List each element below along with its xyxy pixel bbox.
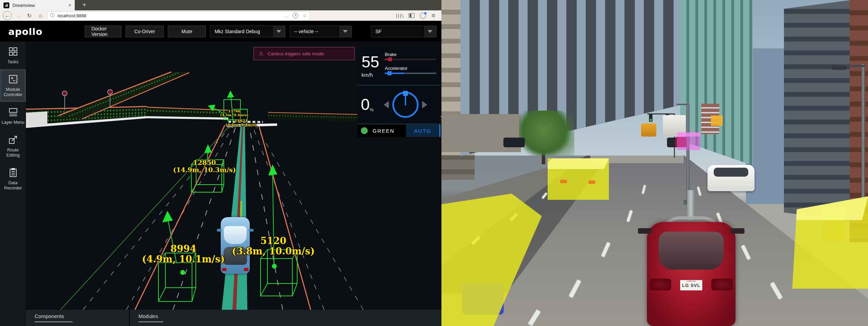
steering-value: 0 xyxy=(361,95,370,113)
home-icon[interactable]: ⌂ xyxy=(36,11,45,20)
sidebar-item-label: Data Recorder xyxy=(1,180,25,191)
steering-panel: 0% xyxy=(357,86,440,124)
apollo-favicon-icon: a xyxy=(3,2,9,8)
route-editing-icon xyxy=(8,134,18,145)
dreamview-sidebar: Tasks Module Controller Layer Menu xyxy=(0,41,26,326)
reload-icon[interactable]: ↻ xyxy=(25,11,34,20)
browser-tab-bar: a Dreamview × + xyxy=(0,0,441,10)
taillight xyxy=(650,279,671,290)
sidebars-icon[interactable] xyxy=(409,13,414,18)
account-icon[interactable] xyxy=(420,13,426,19)
tab-title: Dreamview xyxy=(12,3,65,8)
warning-icon: ⚠ xyxy=(259,50,263,57)
sidebar-item-label: Route Editing xyxy=(1,148,25,158)
traffic-light-label: GREEN xyxy=(373,128,394,134)
accelerator-slider xyxy=(385,73,436,74)
chevron-down-icon[interactable] xyxy=(338,26,351,37)
tab-modules[interactable]: Modules xyxy=(130,310,247,326)
bookmark-star-icon[interactable]: ☆ xyxy=(302,13,307,18)
back-icon[interactable]: ← xyxy=(3,11,12,20)
setup-mode-value: Mkz Standard Debug xyxy=(210,26,272,37)
dreamview-3d-canvas[interactable]: 8994(4.9m, 10.1m/s) 5120(3.8m, 10.0m/s) … xyxy=(26,41,441,310)
pocket-icon[interactable]: ∨ xyxy=(293,13,298,18)
sidebar-item-label: Tasks xyxy=(8,59,19,65)
sidebar-item-route-editing[interactable]: Route Editing xyxy=(0,130,26,162)
steering-wheel-icon xyxy=(392,92,419,118)
warning-banner: ⚠ Canbus triggers safe mode: xyxy=(254,47,355,60)
chevron-down-icon[interactable] xyxy=(423,26,436,37)
forward-icon[interactable]: → xyxy=(14,11,23,20)
street-lamp-pole xyxy=(861,64,865,216)
license-plate: · California · LG SVL xyxy=(680,280,702,290)
taillight xyxy=(711,279,733,290)
browser-window: a Dreamview × + ← → ↻ ⌂ ⓘ localhost:8888… xyxy=(0,0,441,326)
sidebar-item-label: Layer Menu xyxy=(1,120,24,125)
mute-button[interactable]: Mute xyxy=(168,26,206,37)
warning-text: Canbus triggers safe mode: xyxy=(267,51,325,56)
setup-mode-select[interactable]: Mkz Standard Debug xyxy=(210,26,285,37)
simulator-viewport[interactable]: · California · LG SVL xyxy=(441,0,868,326)
map-value: SF xyxy=(371,26,423,37)
steering-unit: % xyxy=(370,108,374,113)
co-driver-button[interactable]: Co-Driver xyxy=(126,26,164,37)
building-teal-tower xyxy=(680,0,753,180)
side-mirror xyxy=(731,228,744,234)
url-text[interactable]: localhost:8888 xyxy=(57,13,281,18)
speed-value: 55 xyxy=(362,54,379,70)
steer-right-icon xyxy=(422,101,427,109)
traffic-light-panel: GREEN AUTO xyxy=(357,124,440,137)
speed-unit: km/h xyxy=(362,72,379,78)
library-icon[interactable]: |||\ xyxy=(395,13,403,18)
sidebar-item-data-recorder[interactable]: Data Recorder xyxy=(0,162,26,195)
steer-left-icon xyxy=(384,101,389,109)
sim-ego-red-car: · California · LG SVL xyxy=(647,212,735,326)
browser-nav-bar: ← → ↻ ⌂ ⓘ localhost:8888 … ∨ ☆ |||\ ≡ xyxy=(0,10,441,21)
hamburger-menu-icon[interactable]: ≡ xyxy=(431,12,435,19)
url-bar[interactable]: ⓘ localhost:8888 … ∨ ☆ xyxy=(47,11,310,20)
distant-dark-car xyxy=(503,138,525,147)
layers-icon xyxy=(8,107,18,117)
lamp-pole xyxy=(686,103,689,202)
map-select[interactable]: SF xyxy=(371,26,437,37)
tab-close-icon[interactable]: × xyxy=(68,2,71,8)
new-tab-button[interactable]: + xyxy=(80,1,89,10)
speed-panel: 55 km/h Brake Accelerator xyxy=(357,47,440,86)
vehicle-select[interactable]: -- vehicle -- xyxy=(290,26,352,37)
console-panel: Components Modules xyxy=(26,310,441,326)
sidebar-item-tasks[interactable]: Tasks xyxy=(0,41,26,69)
building-right-gray xyxy=(784,0,852,221)
sidebar-item-layer-menu[interactable]: Layer Menu xyxy=(0,102,26,130)
docker-version-button[interactable]: Docker Version xyxy=(85,26,121,37)
side-mirror xyxy=(638,228,652,234)
obstacle-label: 13786(4.3m, 9.4m/s) xyxy=(220,109,248,117)
accelerator-label: Accelerator xyxy=(385,66,436,71)
obstacle-box-magenta xyxy=(677,132,700,150)
brake-slider xyxy=(385,59,436,60)
screen: a Dreamview × + ← → ↻ ⌂ ⓘ localhost:8888… xyxy=(0,0,868,326)
sidebar-item-label: Module Controller xyxy=(1,87,25,98)
dreamview-header: apollo Docker Version Co-Driver Mute Mkz… xyxy=(0,21,441,41)
school-bus xyxy=(641,123,656,137)
green-light xyxy=(650,119,652,121)
data-recorder-icon xyxy=(8,167,18,178)
obstacle-label: 5120(3.8m, 10.0m/s) xyxy=(232,236,314,256)
vehicle-value: -- vehicle -- xyxy=(290,26,338,37)
obstacle-box-yellow xyxy=(792,196,868,289)
street-lamp-head xyxy=(832,66,847,70)
sidebar-item-module-controller[interactable]: Module Controller xyxy=(0,69,26,102)
site-info-icon[interactable]: ⓘ xyxy=(50,12,55,19)
obstacle-box-yellow xyxy=(548,158,609,200)
obstacle-label: 8994(4.9m, 10.1m/s) xyxy=(142,244,225,264)
apollo-logo: apollo xyxy=(8,26,43,37)
obstacle-label: 12850(14.9m, 10.3m/s) xyxy=(173,159,236,174)
browser-tab-dreamview[interactable]: a Dreamview × xyxy=(0,0,75,10)
module-controller-icon xyxy=(8,74,18,84)
tab-components[interactable]: Components xyxy=(26,310,130,326)
page-actions-icon[interactable]: … xyxy=(284,13,289,18)
brake-label: Brake xyxy=(385,52,436,57)
white-sedan xyxy=(707,165,755,191)
sensor-mast xyxy=(687,190,695,220)
auto-mode-button[interactable]: AUTO xyxy=(406,124,440,137)
chevron-down-icon[interactable] xyxy=(272,26,285,37)
traffic-light-green-icon xyxy=(361,127,368,134)
